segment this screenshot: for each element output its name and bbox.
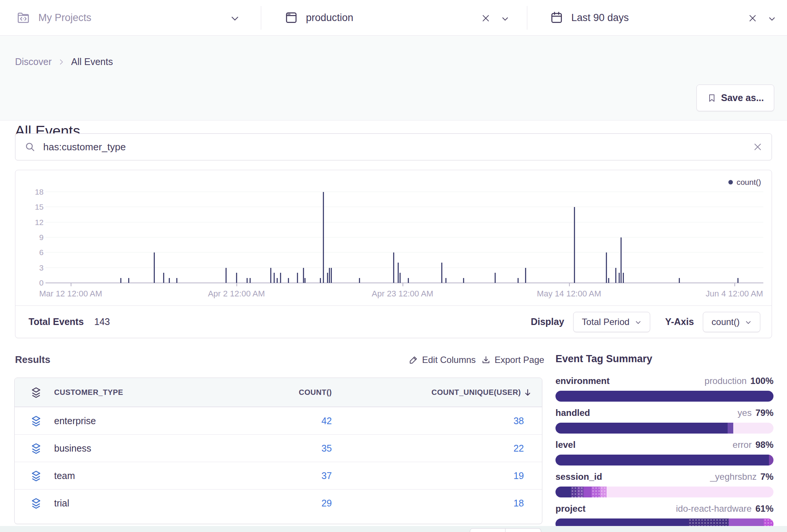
window-icon <box>284 11 298 25</box>
project-chevron-down-icon[interactable] <box>230 14 240 23</box>
chart-bar <box>445 278 446 283</box>
export-page-label: Export Page <box>495 355 544 365</box>
chart-legend: count() <box>728 178 761 187</box>
tag-bar-segment[interactable] <box>584 487 591 497</box>
chart-bar <box>327 273 328 283</box>
chart-bar <box>128 278 129 283</box>
cell-count-unique[interactable]: 19 <box>441 462 524 490</box>
edit-columns-button[interactable]: Edit Columns <box>409 355 476 365</box>
chart-bar <box>329 268 330 283</box>
x-axis-tick-label: Apr 23 12:00 AM <box>372 289 433 299</box>
tag-bar-segment[interactable] <box>555 423 728 434</box>
column-header-count-unique[interactable]: COUNT_UNIQUE(USER) <box>397 378 532 407</box>
chart-bar <box>323 192 324 283</box>
y-axis-dropdown[interactable]: count() <box>703 312 760 332</box>
gridline <box>45 207 763 207</box>
cell-count[interactable]: 37 <box>249 462 332 490</box>
y-axis-dropdown-value: count() <box>711 317 740 327</box>
chart-bar <box>297 273 298 283</box>
tag-bar-segment[interactable] <box>600 487 607 497</box>
chart-bar <box>737 278 739 283</box>
x-axis-tick-label: Jun 4 12:00 AM <box>706 289 763 299</box>
layers-icon[interactable] <box>30 414 42 428</box>
event-tag-summary-panel: environmentproduction100%handledyes79%le… <box>555 376 773 530</box>
tag-bar-segment[interactable] <box>555 391 773 402</box>
search-input[interactable] <box>43 141 745 153</box>
x-axis-tick <box>71 283 71 286</box>
chart-bar <box>393 252 394 283</box>
cell-count[interactable]: 29 <box>249 490 332 517</box>
chart-bar <box>359 278 360 283</box>
y-axis-tick-label: 15 <box>21 203 44 212</box>
tag-key: level <box>555 440 575 450</box>
chart-bar <box>169 278 170 283</box>
tag-bar-segment[interactable] <box>571 487 577 497</box>
chart-bar <box>621 237 622 283</box>
column-header-customer-type[interactable]: CUSTOMER_TYPE <box>54 378 123 407</box>
tag-bar-segment[interactable] <box>728 423 733 434</box>
date-clear-icon[interactable] <box>748 14 757 23</box>
search-icon <box>24 141 36 153</box>
y-axis-tick-label: 6 <box>21 248 44 257</box>
date-chevron-down-icon[interactable] <box>768 15 776 23</box>
chart-bar <box>525 268 526 283</box>
results-heading: Results <box>15 354 50 366</box>
tag-bar-segment[interactable] <box>555 487 571 497</box>
cell-count-unique[interactable]: 18 <box>441 490 524 517</box>
display-dropdown[interactable]: Total Period <box>573 312 650 332</box>
chart-bar <box>247 278 248 283</box>
cell-count[interactable]: 35 <box>249 435 332 462</box>
chart-bar <box>154 252 155 283</box>
tag-key: handled <box>555 408 590 418</box>
global-filter-bar: My Projects production <box>0 0 787 36</box>
tag-bar-segment[interactable] <box>733 423 773 434</box>
search-clear-icon[interactable] <box>753 142 763 152</box>
filter-divider <box>527 6 527 30</box>
pagination-previous-button[interactable]: ‹ <box>470 528 505 532</box>
tag-bar-segment[interactable] <box>555 455 769 466</box>
breadcrumb-discover-link[interactable]: Discover <box>15 56 51 67</box>
y-axis-tick-label: 18 <box>21 187 44 196</box>
export-page-button[interactable]: Export Page <box>481 355 544 365</box>
tag-bar-segment[interactable] <box>577 487 584 497</box>
breadcrumb-chevron-right-icon <box>58 58 65 66</box>
layers-icon[interactable] <box>30 385 42 400</box>
projects-icon <box>17 11 30 24</box>
layers-icon[interactable] <box>30 441 42 456</box>
y-axis-label: Y-Axis <box>665 316 694 327</box>
pagination-next-button[interactable]: › <box>505 528 541 532</box>
chart-bar <box>398 263 399 283</box>
save-as-button[interactable]: Save as... <box>696 85 774 111</box>
tag-top-value: _yeghrsbnz <box>710 472 757 482</box>
chart-bar <box>270 268 271 283</box>
chart-bar <box>518 278 519 283</box>
x-axis-tick <box>403 283 403 286</box>
x-axis-tick-label: Mar 12 12:00 AM <box>39 289 102 299</box>
sort-arrow-down-icon <box>523 388 532 397</box>
tag-bar-segment[interactable] <box>769 455 773 466</box>
event-tag-summary-heading: Event Tag Summary <box>555 353 652 365</box>
chart-bar <box>120 278 121 283</box>
bottom-band <box>0 526 787 532</box>
environment-clear-icon[interactable] <box>481 14 490 23</box>
chart-bar <box>274 273 275 283</box>
tag-key: project <box>555 503 586 514</box>
calendar-icon <box>549 11 564 25</box>
chart-bar <box>280 273 281 283</box>
tag-bar-segment[interactable] <box>607 487 773 497</box>
chart-bar <box>679 278 680 283</box>
tag-bar-segment[interactable] <box>592 487 600 497</box>
filter-divider <box>261 6 261 30</box>
project-selector[interactable]: My Projects <box>17 0 91 35</box>
layers-icon[interactable] <box>30 469 42 483</box>
gridline <box>45 252 763 252</box>
cell-count[interactable]: 42 <box>249 407 332 435</box>
layers-icon[interactable] <box>30 496 42 511</box>
environment-filter[interactable]: production <box>284 0 353 35</box>
cell-count-unique[interactable]: 38 <box>441 407 524 435</box>
chart-bar <box>400 273 401 283</box>
environment-chevron-down-icon[interactable] <box>501 15 509 23</box>
column-header-count[interactable]: COUNT() <box>249 378 332 407</box>
date-range-filter[interactable]: Last 90 days <box>549 0 629 35</box>
cell-count-unique[interactable]: 22 <box>441 435 524 462</box>
